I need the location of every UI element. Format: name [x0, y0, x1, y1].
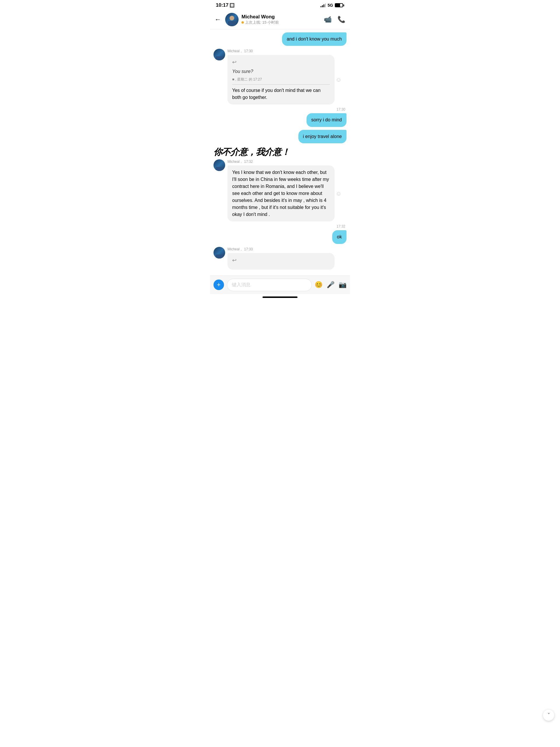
online-status-dot [241, 21, 244, 24]
message-sent-2: sorry i do mind [213, 113, 347, 127]
signal-icon [321, 3, 326, 7]
message-received-1: Micheal， 17:30 ↩ You sure? ■ , 星期二 的 17:… [213, 49, 347, 104]
msg-time-1: 17:30 [244, 49, 253, 53]
video-call-icon[interactable]: 📹 [324, 16, 331, 23]
status-bar: 10:17 🔲 5G [210, 0, 350, 10]
msg-avatar-body-3 [216, 254, 223, 259]
msg-avatar-3 [213, 247, 225, 259]
msg-meta-3: Micheal， 17:33 [228, 247, 347, 252]
sender-name-3: Micheal [228, 247, 239, 251]
bubble-sent-3: i enjoy travel alone [298, 130, 347, 143]
message-sent-1: and i don't know you much [213, 32, 347, 46]
bubble-sent-1: and i don't know you much [282, 32, 347, 46]
msg-content-3: Micheal， 17:33 ↩ [228, 247, 347, 269]
bubble-sent-4: ok [332, 230, 347, 243]
avatar-figure [225, 13, 239, 26]
chat-wrapper: and i don't know you much Micheal， 17:30… [210, 29, 350, 276]
reply-arrow-2: ↩ [232, 257, 330, 264]
msg-content-2: Micheal， 17:32 Yes I know that we don't … [228, 159, 347, 222]
input-placeholder: 键入消息 [232, 282, 250, 287]
timestamp-2: 17:32 [213, 224, 347, 229]
emoji-reaction-2[interactable]: ☺ [336, 189, 342, 198]
msg-avatar-body-2 [216, 167, 223, 171]
contact-info: Micheal Wong 上次上线: 15 小时前 [241, 14, 321, 25]
contact-status: 上次上线: 15 小时前 [241, 20, 321, 25]
message-received-3: Micheal， 17:33 ↩ [213, 247, 347, 269]
contact-name: Micheal Wong [241, 14, 321, 20]
quote-italic-1: You sure? [232, 68, 330, 75]
quote-divider [232, 84, 330, 85]
status-time: 10:17 🔲 [216, 2, 235, 8]
chat-area: and i don't know you much Micheal， 17:30… [210, 29, 350, 276]
msg-time-3: 17:33 [244, 247, 253, 251]
avatar-body [228, 21, 236, 26]
message-sent-3: i enjoy travel alone [213, 130, 347, 143]
home-indicator [210, 294, 350, 300]
quote-meta-1: ■ , 星期二 的 17:27 [232, 77, 330, 82]
msg-content-1: Micheal， 17:30 ↩ You sure? ■ , 星期二 的 17:… [228, 49, 347, 104]
message-input[interactable]: 键入消息 [227, 279, 312, 291]
header-icons: 📹 📞 [324, 16, 345, 23]
back-button[interactable]: ← [215, 16, 221, 23]
add-button[interactable]: + [213, 280, 224, 290]
chat-header: ← Micheal Wong 上次上线: 15 小时前 📹 📞 [210, 10, 350, 29]
bubble-sent-2: sorry i do mind [306, 113, 347, 127]
msg-avatar-2 [213, 159, 225, 171]
sender-name-2: Micheal [228, 160, 239, 164]
input-bar: + 键入消息 😊 🎤 📷 [210, 276, 350, 294]
reply-arrow-icon: ↩ [232, 58, 330, 66]
sender-name-1: Micheal [228, 49, 239, 53]
input-icons: 😊 🎤 📷 [315, 281, 347, 289]
sim-icon: 🔲 [230, 3, 235, 7]
emoji-input-icon[interactable]: 😊 [315, 281, 323, 289]
contact-avatar [225, 13, 239, 26]
network-type: 5G [327, 3, 333, 7]
bubble-received-3: ↩ [228, 253, 335, 269]
emoji-reaction-1[interactable]: ☺ [336, 75, 342, 84]
msg-meta-1: Micheal， 17:30 [228, 49, 347, 54]
timestamp-1: 17:30 [213, 107, 347, 111]
message-sent-4: ok [213, 230, 347, 243]
msg-meta-2: Micheal， 17:32 [228, 159, 347, 164]
msg-time-2: 17:32 [244, 160, 253, 164]
msg-avatar-1 [213, 49, 225, 60]
microphone-icon[interactable]: 🎤 [327, 281, 335, 289]
bubble-received-1: ↩ You sure? ■ , 星期二 的 17:27 Yes of cours… [228, 55, 335, 104]
time-display: 10:17 [216, 2, 229, 8]
overlay-text: 你不介意，我介意！ [213, 146, 347, 158]
voice-call-icon[interactable]: 📞 [338, 16, 345, 23]
message-received-2: Micheal， 17:32 Yes I know that we don't … [213, 159, 347, 222]
msg-body-1: Yes of course if you don't mind that we … [232, 87, 330, 101]
home-bar [263, 297, 297, 298]
msg-avatar-body-1 [216, 56, 223, 60]
status-right: 5G [321, 3, 344, 7]
last-seen-text: 上次上线: 15 小时前 [245, 20, 279, 25]
camera-icon[interactable]: 📷 [339, 281, 347, 289]
avatar-head [230, 16, 234, 20]
bubble-received-2: Yes I know that we don't know each other… [228, 165, 335, 222]
battery-icon [335, 3, 344, 7]
msg-body-2: Yes I know that we don't know each other… [232, 170, 329, 217]
